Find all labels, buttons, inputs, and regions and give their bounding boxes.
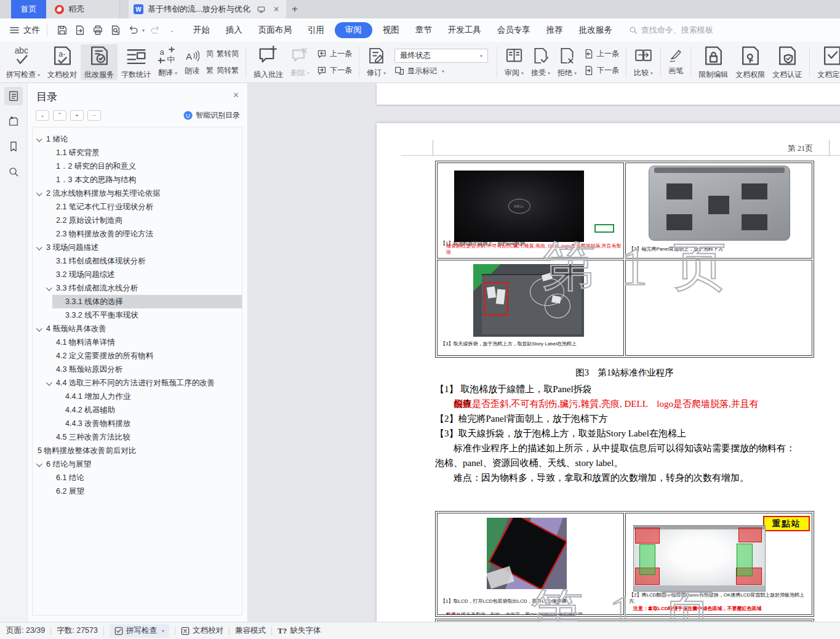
toc-item[interactable]: 4.4.3 改善物料摆放 [33, 417, 242, 430]
brush-button[interactable]: 画笔 [665, 44, 687, 80]
document-canvas[interactable]: 第 21页 DELL 【1】取泡棉放于線體上，取Panel拆袋 檢查銅柱是否歪斜… [248, 83, 840, 622]
doc-permission-button[interactable]: 文档权限 [732, 44, 769, 80]
document-page[interactable]: 第 21页 DELL 【1】取泡棉放于線體上，取Panel拆袋 檢查銅柱是否歪斜… [377, 123, 840, 622]
compat-mode-indicator[interactable]: 兼容模式 [235, 625, 266, 636]
toc-item[interactable]: 4.5 三种改善方法比较 [33, 430, 242, 444]
toc-item[interactable]: 4.4.2 机器辅助 [33, 403, 242, 417]
spellcheck-button[interactable]: abc 拼写检查▾ [2, 44, 44, 80]
toc-item[interactable]: 6 结论与展望 [33, 457, 242, 471]
print-preview-icon[interactable] [108, 22, 124, 38]
read-aloud-button[interactable]: A 朗读 [181, 44, 203, 80]
undo-icon[interactable] [126, 22, 142, 38]
menu-tab[interactable]: 会员专享 [489, 22, 538, 38]
correction-service-button[interactable]: 批改服务 [81, 44, 118, 80]
expand-level-button[interactable]: ＋ [70, 110, 84, 121]
document-tab[interactable]: W 基于纬创的流...放分析与优化 ✕ [129, 0, 286, 18]
file-menu-button[interactable]: 文件 [10, 25, 40, 36]
chevron-down-icon[interactable] [46, 379, 52, 385]
find-panel-icon[interactable] [4, 163, 23, 181]
chevron-down-icon[interactable] [36, 460, 42, 467]
toolbar-more-icon[interactable]: ⌄ [170, 28, 174, 33]
review-pane-button[interactable]: 审阅▾ [501, 44, 527, 80]
toc-item[interactable]: 1 绪论 [33, 132, 242, 146]
missing-font-button[interactable]: T? 缺失字体 [278, 625, 321, 636]
toc-item[interactable]: 4.1 物料清单详情 [33, 336, 242, 349]
smart-toc-button[interactable]: 智能识别目录 [183, 110, 240, 121]
toc-item[interactable]: 3.3.2 线不平衡率现状 [33, 308, 242, 322]
toc-item[interactable]: 1．2 研究的目的和意义 [33, 159, 242, 173]
tab-window-icon[interactable] [255, 6, 267, 14]
toc-item[interactable]: 1.1 研究背景 [33, 146, 242, 159]
translate-button[interactable]: a中 翻译▾ [154, 44, 181, 80]
toc-item[interactable]: 3 现场问题描述 [33, 241, 242, 254]
chevron-down-icon[interactable] [46, 284, 52, 291]
export-icon[interactable] [72, 22, 88, 38]
next-comment-button[interactable]: 下一条 [316, 63, 352, 79]
menu-tab[interactable]: 章节 [407, 22, 440, 38]
word-count-button[interactable]: 字数统计 [118, 44, 154, 80]
chevron-down-icon[interactable] [36, 325, 42, 331]
toc-item[interactable]: 2.2 原始设计制造商 [33, 214, 242, 227]
toc-item[interactable]: 6.1 结论 [33, 471, 242, 484]
chevron-down-icon[interactable] [36, 244, 42, 250]
toc-item[interactable]: 3.2 现场问题综述 [33, 268, 242, 281]
toc-item[interactable]: 3.1 纬创成都线体现状分析 [33, 254, 242, 268]
chevron-down-icon[interactable] [36, 135, 42, 142]
toc-item[interactable]: 4 瓶颈站具体改善 [33, 322, 242, 336]
delete-comment-button[interactable]: 删除▾ [287, 44, 313, 80]
menu-tab[interactable]: 开始 [185, 22, 218, 38]
menu-tab[interactable]: 推荐 [538, 22, 571, 38]
new-tab-button[interactable]: + [286, 0, 303, 18]
markup-state-select[interactable]: 最终状态 ▾ [394, 49, 488, 63]
insert-comment-button[interactable]: 插入批注 [250, 44, 287, 80]
trad-to-simp-button[interactable]: 简 繁转简 [206, 46, 239, 62]
toc-item[interactable]: 4.4.1 增加人力作业 [33, 390, 242, 403]
print-icon[interactable] [90, 22, 106, 38]
chevron-down-icon[interactable] [36, 190, 42, 196]
collapse-level-button[interactable]: － [87, 110, 101, 121]
toc-item[interactable]: 2.3 物料摆放改善的理论方法 [33, 227, 242, 241]
close-icon[interactable]: ✕ [233, 90, 239, 100]
restrict-edit-button[interactable]: 限制编辑 [695, 44, 732, 80]
collapse-all-button[interactable]: ⌃ [53, 110, 66, 121]
menu-tab[interactable]: 引用 [300, 22, 332, 38]
menu-tab[interactable]: 页面布局 [250, 22, 300, 38]
expand-all-button[interactable]: ⌄ [36, 110, 49, 121]
docer-tab[interactable]: 稻壳 [46, 0, 120, 18]
toc-item[interactable]: 3.3.1 线体的选择 [33, 295, 242, 308]
doc-finalize-button[interactable]: 文档定稿 [814, 44, 840, 80]
prev-comment-button[interactable]: 上一条 [316, 46, 352, 62]
menu-tab[interactable]: 开发工具 [440, 22, 489, 38]
page-indicator[interactable]: 页面: 23/39 [6, 625, 45, 636]
redo-icon[interactable] [147, 22, 163, 38]
toc-item[interactable]: 1．3 本文的思路与结构 [33, 173, 242, 187]
track-changes-button[interactable]: 修订▾ [363, 44, 390, 80]
close-tab-icon[interactable]: ✕ [271, 5, 281, 14]
simp-to-trad-button[interactable]: 繁 简转繁 [206, 63, 239, 79]
command-search[interactable]: 查找命令、搜索模板 [629, 25, 713, 36]
bookmark-panel-icon[interactable] [4, 137, 23, 156]
proofread-button[interactable]: a- 文档校对 [44, 44, 81, 80]
menu-tab[interactable]: 视图 [375, 22, 407, 38]
toc-item[interactable]: 4.2 定义需要摆放的所有物料 [33, 349, 242, 363]
show-markup-button[interactable]: 显示标记 ▾ [394, 66, 488, 76]
prev-change-button[interactable]: 上一条 [583, 46, 619, 62]
toc-item[interactable]: 2.1 笔记本代工行业现状分析 [33, 200, 242, 214]
home-tab[interactable]: 首页 [11, 0, 46, 18]
menu-tab[interactable]: 审阅 [335, 22, 372, 38]
word-count-indicator[interactable]: 字数: 27573 [57, 625, 98, 636]
outline-panel-icon[interactable] [4, 87, 23, 105]
compare-button[interactable]: 比较▾ [630, 44, 657, 80]
menu-tab[interactable]: 插入 [218, 22, 250, 38]
save-icon[interactable] [54, 22, 70, 38]
body-text[interactable]: 【1】 取泡棉放于線體上，取Panel拆袋 檢查銅柱是否歪斜,不可有刮伤,臟污,… [435, 382, 817, 485]
toc-item[interactable]: 4.3 瓶颈站原因分析 [33, 363, 242, 376]
undo-dropdown-icon[interactable]: ▾ [142, 28, 145, 33]
spellcheck-toggle[interactable]: 拼写检查 ▾ [110, 624, 169, 638]
annotation-panel-icon[interactable] [4, 112, 23, 131]
accept-button[interactable]: 接受▾ [527, 44, 554, 80]
toc-item[interactable]: 2 流水线物料摆放与相关理论依据 [33, 187, 242, 200]
toc-item[interactable]: 3.3 纬创成都流水线分析 [33, 281, 242, 295]
doc-certify-button[interactable]: 文档认证 [769, 44, 806, 80]
proofread-toggle[interactable]: 文档校对 [181, 625, 223, 636]
